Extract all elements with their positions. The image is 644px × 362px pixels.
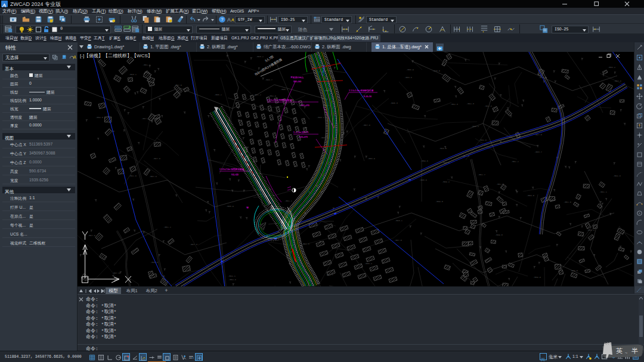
svg-text:-560.4: -560.4: [471, 125, 479, 128]
svg-text:-556.4: -556.4: [608, 66, 615, 69]
svg-text:-564.8: -564.8: [613, 175, 621, 177]
svg-text:回: 回: [541, 357, 544, 361]
svg-text:-569.4: -569.4: [442, 181, 450, 183]
svg-text:-550.2: -550.2: [214, 94, 222, 96]
svg-text:-558.4: -558.4: [587, 229, 595, 231]
svg-text:-568.7: -568.7: [265, 79, 273, 81]
svg-text:-558.9: -558.9: [367, 157, 375, 160]
svg-text:1 3.3+2 0m 锚喷砼盖板涵: 1 3.3+2 0m 锚喷砼盖板涵: [219, 168, 244, 171]
svg-text:-554.9: -554.9: [268, 95, 276, 97]
svg-text:1 2 0+2 0m 钢筋砼盖板涵: 1 2 0+2 0m 钢筋砼盖板涵: [267, 98, 292, 101]
svg-text:-560.6: -560.6: [150, 261, 158, 264]
svg-text:变更设计起点: 变更设计起点: [290, 76, 304, 79]
svg-text:-562.6: -562.6: [302, 243, 309, 245]
svg-text:-552.2: -552.2: [511, 160, 519, 163]
svg-text:1 +1 0m 排水沟: 1 +1 0m 排水沟: [293, 131, 308, 134]
svg-text:-558.9: -558.9: [406, 69, 414, 71]
svg-text:-557.9: -557.9: [88, 234, 95, 237]
svg-text:-557.5: -557.5: [394, 239, 402, 242]
svg-text:-563.1: -563.1: [395, 219, 402, 222]
svg-text:-565.1: -565.1: [280, 88, 288, 91]
svg-text:-568.1: -568.1: [320, 137, 328, 139]
svg-text:英: 英: [616, 347, 623, 354]
svg-text:-557.6: -557.6: [363, 124, 370, 126]
svg-text:-565.3: -565.3: [390, 102, 398, 104]
svg-text:-551.2: -551.2: [253, 94, 261, 96]
svg-text:-554.8: -554.8: [479, 139, 487, 141]
svg-text:-566.1: -566.1: [317, 116, 324, 119]
svg-text:-559.6: -559.6: [420, 160, 428, 162]
svg-text:-555.4: -555.4: [364, 262, 372, 265]
svg-text:ISK+0t0: ISK+0t0: [293, 81, 301, 83]
svg-text:-557.8: -557.8: [149, 175, 157, 178]
svg-text:-565.9: -565.9: [226, 205, 234, 208]
svg-text:1 1 0+1 0m 现浇砼挡坎墙: 1 1 0+1 0m 现浇砼挡坎墙: [349, 89, 374, 92]
svg-text:-559.5: -559.5: [570, 270, 578, 272]
svg-text:-564.3: -564.3: [466, 103, 474, 105]
svg-text:-558.0: -558.0: [527, 194, 534, 197]
svg-text:-551.1: -551.1: [163, 226, 171, 228]
svg-text:-569.0: -569.0: [435, 200, 443, 203]
svg-text:-567.5: -567.5: [174, 84, 182, 86]
svg-text:-563.0: -563.0: [439, 147, 447, 150]
svg-text:-569.9: -569.9: [533, 276, 541, 279]
svg-text:-563.1: -563.1: [129, 73, 137, 76]
svg-text:-553.8: -553.8: [404, 76, 412, 79]
svg-text:-557.8: -557.8: [614, 80, 621, 82]
svg-text:-570.0: -570.0: [432, 70, 440, 72]
svg-text:-569.0: -569.0: [495, 234, 503, 236]
svg-text:半: 半: [631, 347, 638, 354]
svg-text:-559.5: -559.5: [95, 116, 103, 119]
svg-text:IU2+070: IU2+070: [301, 104, 309, 107]
svg-text:-560.6: -560.6: [419, 179, 427, 181]
svg-text:-554.8: -554.8: [228, 279, 236, 281]
svg-text:-562.8: -562.8: [484, 105, 492, 107]
svg-text:-563.2: -563.2: [256, 55, 264, 58]
svg-text:A: A: [227, 17, 231, 23]
svg-text:-564.1: -564.1: [228, 275, 236, 277]
svg-text:-567.3: -567.3: [190, 243, 197, 246]
svg-text:-564.3: -564.3: [450, 103, 458, 106]
svg-text:-557.6: -557.6: [141, 117, 149, 120]
svg-text:IU(+0)5: IU(+0)5: [231, 174, 239, 176]
svg-text:-567.5: -567.5: [112, 272, 120, 274]
svg-text:-561.1: -561.1: [284, 200, 292, 202]
svg-text:?: ?: [221, 17, 223, 22]
svg-text:涵: 涵: [246, 206, 249, 209]
svg-text:.,: .,: [625, 349, 627, 354]
svg-text:-561.1: -561.1: [599, 191, 607, 193]
svg-text:-551.6: -551.6: [564, 201, 571, 203]
svg-text:-562.6: -562.6: [129, 175, 137, 177]
svg-text:[-]【俯视】【二维线框】【WCS】: [-]【俯视】【二维线框】【WCS】: [80, 53, 153, 58]
svg-text:-552.7: -552.7: [478, 174, 485, 176]
svg-text:ILJ4+56: ILJ4+56: [364, 95, 371, 98]
svg-text:-553.7: -553.7: [534, 151, 542, 153]
svg-text:IU3+073: IU3+073: [299, 136, 308, 138]
svg-text:-551.4: -551.4: [143, 64, 150, 66]
svg-text:-567.6: -567.6: [153, 157, 160, 160]
